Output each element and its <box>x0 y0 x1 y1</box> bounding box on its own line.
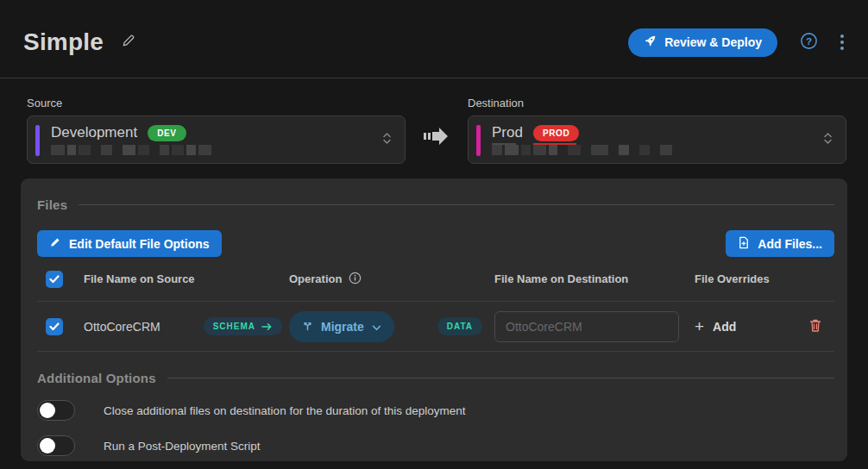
heading-rule <box>167 378 834 378</box>
column-operation: Operation <box>289 272 494 287</box>
operation-label: Migrate <box>321 320 364 334</box>
files-actions: Edit Default File Options Add Files... <box>37 230 834 257</box>
trash-icon <box>808 318 822 335</box>
deploy-direction-icon <box>406 97 468 147</box>
help-button[interactable]: ? <box>800 32 818 53</box>
plus-icon: + <box>695 318 704 335</box>
delete-file-button[interactable] <box>808 318 822 335</box>
pencil-icon <box>121 34 135 51</box>
operation-dropdown-button[interactable]: Migrate <box>289 311 394 342</box>
pencil-icon <box>49 236 61 251</box>
destination-name: Prod <box>492 124 523 141</box>
destination-redacted-text <box>492 145 822 155</box>
column-file-overrides: File Overrides <box>695 272 834 285</box>
add-files-label: Add Files... <box>758 237 822 251</box>
toggle-knob <box>40 403 55 418</box>
files-table-header: File Name on Source Operation File Name … <box>37 257 834 302</box>
schema-badge: SCHEMA <box>204 317 282 335</box>
source-label: Source <box>27 97 406 109</box>
select-chevrons-icon <box>381 131 393 149</box>
file-plus-icon <box>738 236 750 252</box>
review-deploy-button[interactable]: Review & Deploy <box>628 28 777 57</box>
arrow-right-icon <box>261 322 273 331</box>
select-chevrons-icon <box>822 131 833 149</box>
toggle-knob <box>40 438 55 453</box>
file-row-checkbox[interactable] <box>46 318 63 335</box>
kebab-icon <box>840 34 844 50</box>
close-files-toggle-label: Close additional files on destination fo… <box>104 404 466 417</box>
environment-row: Source Development DEV <box>0 78 868 164</box>
file-row: OttoCoreCRM SCHEMA Migrate DAT <box>37 302 834 352</box>
toggle-row-post-deploy-script: Run a Post-Deployment Script <box>37 435 834 456</box>
topbar: Simple Review & Deploy ? <box>0 0 868 78</box>
info-icon[interactable] <box>349 272 362 287</box>
destination-label: Destination <box>468 97 846 109</box>
additional-options-label: Additional Options <box>37 371 156 385</box>
edit-default-file-options-button[interactable]: Edit Default File Options <box>37 230 222 257</box>
source-select[interactable]: Development DEV <box>27 116 406 164</box>
deployment-page: Simple Review & Deploy ? <box>0 0 868 469</box>
destination-select[interactable]: Prod PROD <box>468 116 846 164</box>
column-operation-label: Operation <box>289 272 342 285</box>
column-file-name-destination: File Name on Destination <box>494 272 695 285</box>
post-deploy-script-toggle[interactable] <box>37 435 75 456</box>
files-heading: Files <box>37 197 834 212</box>
additional-options-heading: Additional Options <box>37 371 834 385</box>
source-redacted-text <box>51 145 381 155</box>
page-title: Simple <box>23 28 104 56</box>
source-name: Development <box>51 124 137 141</box>
column-file-name-source: File Name on Source <box>84 272 289 285</box>
heading-rule <box>79 204 834 205</box>
data-badge: DATA <box>437 317 482 335</box>
chevron-down-icon <box>372 320 381 334</box>
post-deploy-script-toggle-label: Run a Post-Deployment Script <box>104 440 261 453</box>
edit-title-button[interactable] <box>121 34 135 51</box>
review-deploy-label: Review & Deploy <box>664 35 762 49</box>
migrate-icon <box>302 319 313 334</box>
overflow-menu-button[interactable] <box>840 34 844 50</box>
add-files-button[interactable]: Add Files... <box>726 230 834 257</box>
edit-default-file-options-label: Edit Default File Options <box>69 237 210 251</box>
add-override-label: Add <box>713 320 736 334</box>
data-badge-label: DATA <box>447 322 473 331</box>
schema-badge-label: SCHEMA <box>213 322 255 331</box>
destination-filename-input[interactable] <box>494 311 679 342</box>
source-accent-bar <box>35 125 40 156</box>
svg-text:?: ? <box>806 36 812 47</box>
destination-env-badge: PROD <box>533 125 579 141</box>
add-override-button[interactable]: + Add <box>695 318 736 335</box>
rocket-icon <box>644 34 657 50</box>
files-panel: Files Edit Default File Options Add File… <box>21 178 847 461</box>
toggle-row-close-files: Close additional files on destination fo… <box>37 400 834 421</box>
help-icon: ? <box>800 32 818 53</box>
source-env-badge: DEV <box>148 125 186 141</box>
destination-accent-bar <box>476 125 481 156</box>
close-files-toggle[interactable] <box>37 400 75 421</box>
files-heading-label: Files <box>37 197 67 212</box>
file-name: OttoCoreCRM <box>84 320 160 334</box>
select-all-checkbox[interactable] <box>46 271 63 288</box>
